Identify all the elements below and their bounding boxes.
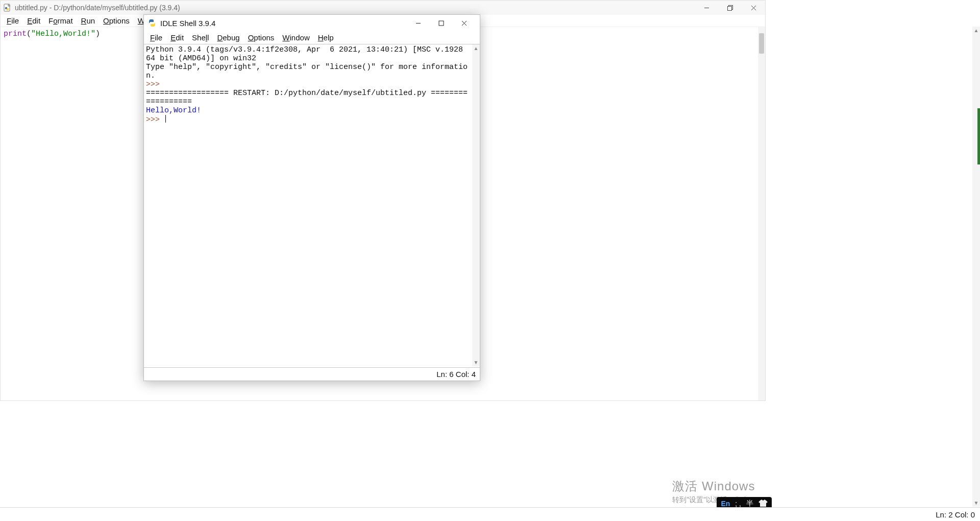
scroll-down-icon[interactable]: ▼: [972, 499, 980, 507]
svg-point-2: [7, 8, 9, 10]
scroll-up-icon[interactable]: ▲: [472, 44, 480, 52]
scrollbar-thumb[interactable]: [759, 33, 764, 54]
code-fn: print: [4, 30, 27, 38]
code-lpar: (: [27, 30, 31, 38]
svg-rect-5: [727, 6, 731, 10]
close-button[interactable]: [453, 15, 476, 31]
menu-format[interactable]: Format: [44, 16, 77, 26]
shell-menubar: File Edit Shell Debug Options Window Hel…: [144, 31, 480, 44]
shell-banner-2: Type "help", "copyright", "credits" or "…: [146, 63, 468, 80]
watermark-title: 激活 Windows: [672, 478, 766, 494]
menu-run[interactable]: Run: [77, 16, 100, 26]
shell-scrollbar[interactable]: ▲ ▼: [472, 44, 480, 366]
shell-prompt: >>>: [146, 80, 164, 89]
menu-options[interactable]: Options: [244, 33, 279, 42]
ime-punct: ; ,: [735, 500, 741, 508]
menu-window[interactable]: Window: [278, 33, 313, 42]
menu-file[interactable]: File: [3, 16, 23, 26]
shell-window-controls: [407, 15, 476, 31]
shell-restart-line: ================== RESTART: D:/python/da…: [146, 89, 468, 106]
minimize-button[interactable]: [407, 15, 430, 31]
editor-title: ubtitled.py - D:/python/date/myself/ubti…: [15, 4, 762, 12]
editor-titlebar[interactable]: ubtitled.py - D:/python/date/myself/ubti…: [1, 1, 765, 15]
code-str: "Hello,World!": [31, 30, 95, 38]
shell-titlebar[interactable]: IDLE Shell 3.9.4: [144, 15, 480, 31]
maximize-button[interactable]: [430, 15, 453, 31]
ime-language: En: [721, 500, 730, 508]
menu-debug[interactable]: Debug: [213, 33, 243, 42]
editor-window-controls: [695, 1, 765, 15]
text-cursor: [165, 115, 166, 123]
main-scrollbar[interactable]: ▲ ▼: [972, 27, 980, 507]
shell-window: IDLE Shell 3.9.4 File Edit Shell Debug O…: [143, 14, 480, 381]
side-grip[interactable]: [977, 108, 980, 164]
scroll-up-icon[interactable]: ▲: [972, 27, 980, 34]
python-file-icon: [4, 4, 12, 12]
shell-banner-1: Python 3.9.4 (tags/v3.9.4:1f2e308, Apr 6…: [146, 45, 468, 63]
minimize-button[interactable]: [695, 1, 718, 15]
menu-edit[interactable]: Edit: [23, 16, 44, 26]
scroll-down-icon[interactable]: ▼: [472, 359, 480, 366]
editor-statusbar: Ln: 2 Col: 0: [0, 507, 980, 521]
maximize-button[interactable]: [718, 1, 742, 15]
shell-cursor-position: Ln: 6 Col: 4: [436, 370, 476, 378]
shell-title: IDLE Shell 3.9.4: [160, 19, 407, 28]
close-button[interactable]: [742, 1, 765, 15]
svg-rect-9: [439, 21, 444, 26]
shell-prompt: >>>: [146, 115, 164, 124]
shell-statusbar: Ln: 6 Col: 4: [144, 367, 480, 381]
python-icon: [148, 19, 156, 27]
code-rpar: ): [95, 30, 100, 38]
menu-file[interactable]: File: [146, 33, 166, 42]
menu-shell[interactable]: Shell: [188, 33, 213, 42]
menu-options[interactable]: Options: [99, 16, 134, 26]
menu-edit[interactable]: Edit: [166, 33, 188, 42]
menu-help[interactable]: Help: [314, 33, 338, 42]
shirt-icon: [758, 500, 768, 508]
shell-output: Hello,World!: [146, 106, 201, 115]
editor-scrollbar[interactable]: [758, 27, 765, 400]
shell-textarea[interactable]: Python 3.9.4 (tags/v3.9.4:1f2e308, Apr 6…: [144, 44, 472, 366]
editor-cursor-position: Ln: 2 Col: 0: [936, 510, 975, 519]
